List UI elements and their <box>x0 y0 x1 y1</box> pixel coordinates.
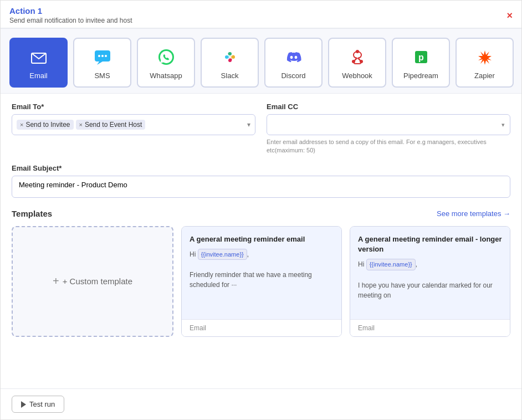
preview-body-2: I hope you have your calendar marked for… <box>358 281 493 299</box>
tag-invitee-close[interactable]: × <box>20 121 23 128</box>
email-subject-label: Email Subject* <box>12 164 510 172</box>
channel-discord[interactable]: Discord <box>264 38 323 88</box>
dialog-header: Action 1 Send email notification to invi… <box>1 1 521 29</box>
email-to-label: Email To* <box>12 103 255 111</box>
templates-title: Templates <box>12 209 52 218</box>
email-cc-hint: Enter email addresses to send a copy of … <box>267 138 510 155</box>
email-icon <box>28 46 50 68</box>
svg-point-13 <box>228 52 232 55</box>
action-subtitle: Send email notification to invitee and h… <box>9 17 132 24</box>
email-cc-label: Email CC <box>267 103 510 111</box>
channel-webhook-label: Webhook <box>342 71 372 80</box>
email-to-group: Email To* × Send to Invitee × Send to Ev… <box>12 103 255 155</box>
svg-point-6 <box>105 55 107 57</box>
channel-whatsapp-label: Whatsapp <box>150 71 182 80</box>
preview-comma-2: , <box>416 260 417 268</box>
see-more-templates-link[interactable]: See more templates → <box>437 209 510 218</box>
pipedream-icon: p <box>410 46 432 68</box>
templates-header: Templates See more templates → <box>12 209 510 218</box>
svg-rect-17 <box>346 46 369 68</box>
channel-selector: Email SMS Whatsapp <box>1 29 521 94</box>
test-run-label: Test run <box>29 400 55 408</box>
whatsapp-icon <box>155 46 177 68</box>
channel-email[interactable]: Email <box>9 38 68 88</box>
custom-template-label: + + Custom template <box>53 275 132 288</box>
channel-sms-label: SMS <box>94 71 110 80</box>
preview-hi-1: Hi <box>190 250 198 258</box>
test-run-button[interactable]: Test run <box>12 396 64 413</box>
svg-point-5 <box>101 55 104 57</box>
channel-pipedream-label: Pipedream <box>403 71 438 80</box>
custom-template-text: + Custom template <box>63 276 132 286</box>
tag-event-host: × Send to Event Host <box>76 120 146 130</box>
preview-body-1: Friendly reminder that we have a meeting… <box>190 271 312 289</box>
channel-webhook[interactable]: Webhook <box>328 38 386 88</box>
svg-point-15 <box>228 59 232 62</box>
template-card-general-long[interactable]: A general meeting reminder email - longe… <box>350 226 510 337</box>
channel-sms[interactable]: SMS <box>73 38 131 88</box>
svg-point-20 <box>356 50 359 53</box>
invitee-name-tag-2: {{invitee.name}} <box>366 259 416 270</box>
template-footer-2: Email <box>350 319 510 336</box>
template-preview-2: Hi {{invitee.name}}, I hope you have you… <box>358 259 502 300</box>
email-subject-group: Email Subject* Meeting reminder - Produc… <box>12 164 510 200</box>
channel-email-label: Email <box>29 71 48 80</box>
channel-slack[interactable]: Slack <box>201 38 259 88</box>
template-body-1: A general meeting reminder email Hi {{in… <box>182 227 341 319</box>
channel-discord-label: Discord <box>281 71 305 80</box>
svg-text:p: p <box>418 53 424 62</box>
email-to-cc-row: Email To* × Send to Invitee × Send to Ev… <box>12 103 510 155</box>
invitee-name-tag-1: {{invitee.name}} <box>198 249 247 260</box>
discord-icon <box>283 46 305 68</box>
email-cc-group: Email CC ▾ Enter email addresses to send… <box>267 103 510 155</box>
templates-grid: + + Custom template A general meeting re… <box>12 226 510 337</box>
email-cc-input[interactable] <box>267 114 510 135</box>
template-card-general-short[interactable]: A general meeting reminder email Hi {{in… <box>181 226 342 337</box>
preview-comma-1: , <box>247 250 249 258</box>
channel-pipedream[interactable]: p Pipedream <box>392 38 450 88</box>
preview-hi-2: Hi <box>358 260 366 268</box>
tag-invitee-label: Send to Invitee <box>25 121 70 129</box>
webhook-icon <box>346 46 369 68</box>
template-preview-1: Hi {{invitee.name}}, Friendly reminder t… <box>190 249 334 290</box>
channel-zapier[interactable]: Zapier <box>456 38 514 88</box>
header-info: Action 1 Send email notification to invi… <box>9 6 132 24</box>
email-to-dropdown-icon[interactable]: ▾ <box>247 121 250 129</box>
svg-point-14 <box>232 55 235 59</box>
play-icon <box>21 401 26 408</box>
email-subject-input[interactable]: Meeting reminder - Product Demo <box>12 176 510 198</box>
preview-dots-1: ··· <box>231 281 237 289</box>
custom-template-card[interactable]: + + Custom template <box>12 226 173 337</box>
svg-rect-9 <box>219 46 241 68</box>
slack-icon <box>219 46 241 68</box>
form-area: Email To* × Send to Invitee × Send to Ev… <box>1 94 521 346</box>
svg-point-4 <box>98 55 100 57</box>
channel-slack-label: Slack <box>221 71 239 80</box>
channel-whatsapp[interactable]: Whatsapp <box>137 38 195 88</box>
email-to-input[interactable]: × Send to Invitee × Send to Event Host ▾ <box>12 114 255 135</box>
action-title: Action 1 <box>9 6 132 16</box>
channel-zapier-label: Zapier <box>474 71 495 80</box>
tag-host-close[interactable]: × <box>79 121 83 128</box>
page-footer: Test run <box>1 388 521 419</box>
template-name-2: A general meeting reminder email - longe… <box>358 234 502 254</box>
sms-icon <box>91 46 114 68</box>
zapier-icon <box>474 46 496 68</box>
template-footer-1: Email <box>182 319 341 336</box>
template-name-1: A general meeting reminder email <box>190 234 334 244</box>
tag-host-label: Send to Event Host <box>85 121 142 129</box>
plus-icon: + <box>53 275 59 288</box>
close-button[interactable]: × <box>506 11 513 21</box>
email-cc-wrapper: ▾ <box>267 114 510 135</box>
tag-invitee: × Send to Invitee <box>17 120 74 130</box>
svg-point-12 <box>225 55 228 59</box>
template-body-2: A general meeting reminder email - longe… <box>350 227 510 319</box>
